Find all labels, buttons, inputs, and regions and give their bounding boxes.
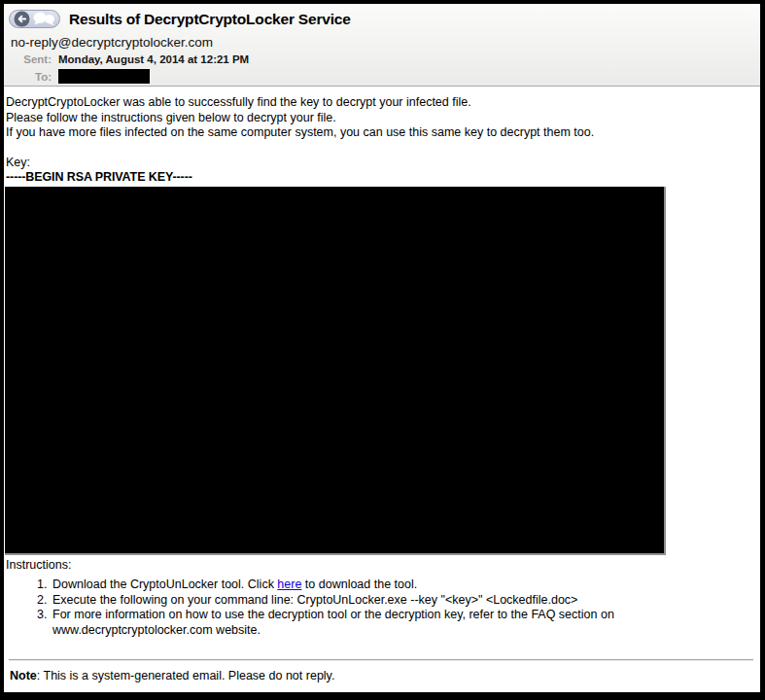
download-here-link[interactable]: here [277,578,301,591]
subject-row: Results of DecryptCryptoLocker Service [9,10,760,28]
toolbar-capsule[interactable] [9,10,60,28]
instruction-step-3: For more information on how to use the d… [51,608,686,638]
intro-line: Please follow the instructions given bel… [6,111,760,126]
back-arrow-icon[interactable] [14,11,30,27]
intro-line: If you have more files infected on the s… [6,125,760,141]
rsa-key-begin-marker: -----BEGIN RSA PRIVATE KEY----- [6,170,760,186]
email-header: Results of DecryptCryptoLocker Service n… [4,4,760,87]
to-row: To: [9,69,760,84]
sent-value: Monday, August 4, 2014 at 12:21 PM [58,53,249,65]
step-text: For more information on how to use the d… [52,608,614,637]
email-body: DecryptCryptoLocker was able to successf… [4,87,760,684]
instructions-heading: Instructions: [6,558,760,574]
screenshot-frame: Results of DecryptCryptoLocker Service n… [0,0,765,700]
footer-divider [9,659,753,661]
email-subject: Results of DecryptCryptoLocker Service [69,11,351,28]
sent-label: Sent: [9,53,52,65]
to-label: To: [9,71,52,83]
email-window: Results of DecryptCryptoLocker Service n… [4,4,760,692]
redacted-recipient-box [58,69,150,84]
instruction-step-1: Download the CryptoUnLocker tool. Click … [51,578,686,593]
sent-row: Sent: Monday, August 4, 2014 at 12:21 PM [9,53,760,65]
note-label: Note [10,669,37,682]
step-text: to download the tool. [301,578,417,591]
intro-line: DecryptCryptoLocker was able to successf… [6,95,760,111]
redacted-key-block [5,187,666,555]
chat-bubbles-icon[interactable] [33,12,55,26]
instructions-list: Download the CryptoUnLocker tool. Click … [6,578,686,638]
sender-address: no-reply@decryptcryptolocker.com [11,35,760,50]
key-label: Key: [6,156,760,171]
step-text: Download the CryptoUnLocker tool. Click [52,578,277,591]
step-text: Execute the following on your command li… [52,593,577,607]
note-text: : This is a system-generated email. Plea… [37,669,335,682]
intro-paragraph: DecryptCryptoLocker was able to successf… [6,95,760,141]
system-note: Note: This is a system-generated email. … [10,669,760,684]
instruction-step-2: Execute the following on your command li… [51,593,686,609]
